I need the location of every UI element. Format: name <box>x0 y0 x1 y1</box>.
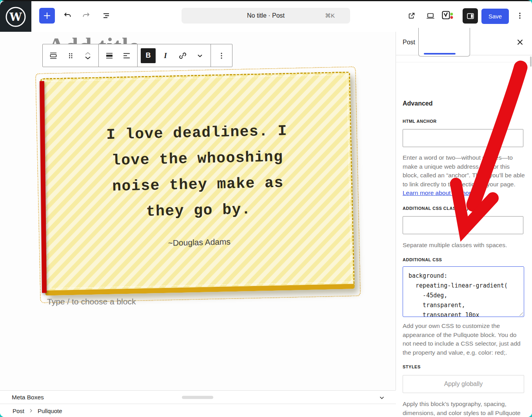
move-down-icon <box>84 56 92 60</box>
css-code-line: background: <box>409 271 524 281</box>
additional-css-help: Add your own CSS to customize the appear… <box>403 322 525 357</box>
text-align-button[interactable] <box>118 46 135 65</box>
wordpress-logo-icon: W <box>5 6 26 27</box>
align-none-icon <box>105 51 114 60</box>
meta-boxes-label: Meta Boxes <box>12 394 44 401</box>
scrolled-tab-control-partial[interactable] <box>418 28 470 56</box>
close-sidebar-button[interactable] <box>517 39 523 47</box>
sidebar-tabs: Post Block <box>396 32 532 55</box>
block-inserter-button[interactable] <box>39 8 55 24</box>
pullquote-block-type-button[interactable] <box>45 46 62 65</box>
external-link-icon <box>407 11 416 20</box>
preview-button[interactable] <box>423 8 438 24</box>
tab-post[interactable]: Post <box>403 39 415 46</box>
redo-button[interactable] <box>78 8 94 24</box>
sidebar-icon <box>466 12 475 20</box>
breadcrumb-post[interactable]: Post <box>13 408 24 414</box>
css-class-help: Separate multiple classes with spaces. <box>403 241 525 250</box>
active-tab-indicator <box>424 53 456 55</box>
css-code-line: -45deg, <box>409 291 524 300</box>
additional-css-textarea[interactable]: background: repeating-linear-gradient( -… <box>403 266 524 317</box>
chevron-right-icon <box>28 408 34 413</box>
list-view-icon <box>102 11 111 20</box>
css-class-label: ADDITIONAL CSS CLASS(ES) <box>403 206 468 211</box>
save-button[interactable]: Save <box>481 9 509 24</box>
settings-sidebar: Post Block Advanced HTML ANCHOR Enter a … <box>396 32 532 417</box>
bold-button[interactable]: B <box>140 46 157 65</box>
plus-icon <box>42 11 52 20</box>
apply-globally-button[interactable]: Apply globally <box>403 375 524 393</box>
richtext-group: B I <box>138 44 211 67</box>
link-button[interactable] <box>174 46 191 65</box>
view-post-button[interactable] <box>404 8 419 24</box>
css-code-line: repeating-linear-gradient( <box>409 281 524 291</box>
advanced-heading[interactable]: Advanced <box>403 100 432 107</box>
html-anchor-help: Enter a word or two—without spaces—to ma… <box>403 153 525 198</box>
meta-boxes-resize-handle[interactable] <box>182 396 213 399</box>
pullquote-block-icon <box>49 51 58 60</box>
learn-more-anchors-link[interactable]: Learn more about anchors <box>403 189 474 196</box>
block-controls-group <box>43 44 99 67</box>
block-options-group <box>211 44 232 67</box>
document-title: No title · Post <box>182 12 325 19</box>
external-arrow-icon: ↗ <box>476 189 481 196</box>
chevron-down-icon <box>378 394 385 401</box>
pullquote-text[interactable]: I love deadlines. I love the whooshing n… <box>91 118 305 226</box>
alignment-group <box>99 44 138 67</box>
css-class-input[interactable] <box>403 216 523 234</box>
bold-icon: B <box>141 48 156 63</box>
svg-text:W: W <box>9 11 22 24</box>
move-up-icon <box>84 51 92 56</box>
drag-handle[interactable] <box>62 46 79 65</box>
html-anchor-help-text: Enter a word or two—without spaces—to ma… <box>403 154 525 188</box>
block-options-button[interactable] <box>213 46 230 65</box>
editor-window: W No title · Post ⌘K <box>0 0 532 417</box>
html-anchor-input[interactable] <box>403 129 523 147</box>
yoast-seo-button[interactable] <box>440 8 456 24</box>
styles-help: Apply this block’s typography, spacing, … <box>403 400 525 417</box>
kebab-icon <box>515 11 525 20</box>
css-code-line: transparent, <box>409 300 524 310</box>
italic-button[interactable]: I <box>157 46 174 65</box>
wordpress-menu-button[interactable]: W <box>0 1 31 33</box>
empty-paragraph-placeholder[interactable]: Type / to choose a block <box>47 297 136 306</box>
chevron-down-icon <box>196 52 204 60</box>
command-center-button[interactable]: No title · Post ⌘K <box>182 8 350 24</box>
align-button[interactable] <box>101 46 118 65</box>
italic-icon: I <box>164 51 167 60</box>
yoast-icon <box>442 10 454 21</box>
html-anchor-label: HTML ANCHOR <box>403 119 437 124</box>
sidebar-scrollbar[interactable] <box>530 56 532 67</box>
drag-handle-icon <box>66 51 75 60</box>
close-icon <box>517 39 523 46</box>
undo-button[interactable] <box>60 8 75 24</box>
redo-icon <box>82 11 91 20</box>
meta-boxes-panel[interactable]: Meta Boxes <box>0 390 396 404</box>
laptop-icon <box>426 11 435 20</box>
kebab-icon <box>217 51 226 60</box>
block-mover[interactable] <box>79 46 96 65</box>
block-breadcrumb: Post Pullquote <box>0 404 408 417</box>
more-richtext-button[interactable] <box>191 46 209 65</box>
meta-boxes-toggle[interactable] <box>378 394 385 403</box>
command-shortcut: ⌘K <box>325 12 350 19</box>
additional-css-label: ADDITIONAL CSS <box>403 257 442 262</box>
text-align-left-icon <box>122 51 131 60</box>
pullquote-block[interactable]: I love deadlines. I love the whooshing n… <box>35 66 361 303</box>
block-toolbar: B I <box>42 44 232 67</box>
panel-divider <box>396 62 532 62</box>
styles-label: STYLES <box>403 364 421 369</box>
settings-sidebar-toggle[interactable] <box>463 8 478 24</box>
css-code-line: transparent 10px <box>409 310 524 317</box>
options-menu-button[interactable] <box>512 8 528 24</box>
link-icon <box>178 51 187 60</box>
undo-icon <box>63 11 72 20</box>
breadcrumb-pullquote[interactable]: Pullquote <box>38 408 62 414</box>
editor-canvas: Add title I love deadlines. I love the w… <box>0 32 396 390</box>
document-overview-button[interactable] <box>98 8 114 24</box>
